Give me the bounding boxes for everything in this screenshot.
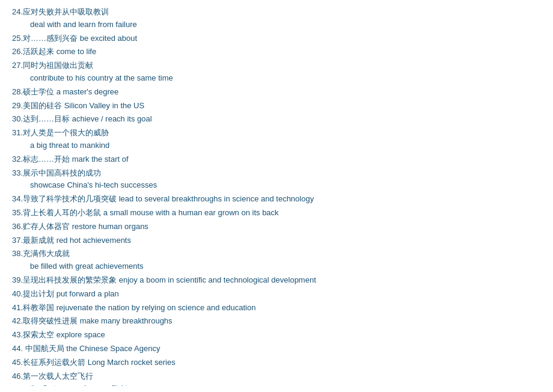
entry-main-line: 39.呈现出科技发展的繁荣景象 enjoy a boom in scientif… (12, 274, 541, 287)
list-item: 29.美国的硅谷 Silicon Valley in the US (12, 100, 541, 112)
list-item: 24.应对失败并从中吸取教训deal with and learn from f… (12, 6, 541, 31)
list-item: 28.硕士学位 a master's degree (12, 86, 541, 99)
entry-main-line: 37.最新成就 red hot achievements (12, 234, 541, 247)
list-item: 36.贮存人体器官 restore human organs (12, 221, 541, 233)
entry-main-line: 36.贮存人体器官 restore human organs (12, 221, 541, 233)
entry-main-line: 33.展示中国高科技的成功 (12, 167, 541, 180)
entry-main-line: 26.活跃起来 come to life (12, 46, 541, 58)
entry-main-line: 34.导致了科学技术的几项突破 lead to several breakthr… (12, 193, 541, 206)
list-item: 38.充满伟大成就be filled with great achievemen… (12, 248, 541, 273)
list-item: 46.第一次载人太空飞行the first manned space fligh… (12, 370, 541, 386)
entry-main-line: 30.达到……目标 achieve / reach its goal (12, 113, 541, 126)
list-item: 42.取得突破性进展 make many breakthroughs (12, 315, 541, 328)
entry-main-line: 46.第一次载人太空飞行 (12, 370, 541, 383)
entry-main-line: 29.美国的硅谷 Silicon Valley in the US (12, 100, 541, 112)
entry-main-line: 28.硕士学位 a master's degree (12, 86, 541, 99)
list-item: 34.导致了科学技术的几项突破 lead to several breakthr… (12, 193, 541, 206)
list-item: 43.探索太空 explore space (12, 329, 541, 341)
list-item: 39.呈现出科技发展的繁荣景象 enjoy a boom in scientif… (12, 274, 541, 287)
entry-main-line: 27.同时为祖国做出贡献 (12, 60, 541, 72)
list-item: 35.背上长着人耳的小老鼠 a small mouse with a human… (12, 207, 541, 219)
list-item: 30.达到……目标 achieve / reach its goal (12, 113, 541, 126)
entry-main-line: 42.取得突破性进展 make many breakthroughs (12, 315, 541, 328)
entry-main-line: 41.科教举国 rejuvenate the nation by relying… (12, 302, 541, 314)
list-item: 26.活跃起来 come to life (12, 46, 541, 58)
entry-sub-line: be filled with great achievements (12, 260, 541, 273)
entry-main-line: 35.背上长着人耳的小老鼠 a small mouse with a human… (12, 207, 541, 219)
entry-main-line: 43.探索太空 explore space (12, 329, 541, 341)
list-item: 32.标志……开始 mark the start of (12, 153, 541, 166)
list-item: 41.科教举国 rejuvenate the nation by relying… (12, 302, 541, 314)
list-item: 27.同时为祖国做出贡献contribute to his country at… (12, 60, 541, 85)
entry-main-line: 40.提出计划 put forward a plan (12, 288, 541, 301)
list-item: 40.提出计划 put forward a plan (12, 288, 541, 301)
entry-sub-line: showcase China's hi-tech successes (12, 179, 541, 192)
list-item: 45.长征系列运载火箭 Long March rocket series (12, 357, 541, 369)
list-item: 44. 中国航天局 the Chinese Space Agency (12, 343, 541, 355)
entries-container: 24.应对失败并从中吸取教训deal with and learn from f… (12, 6, 541, 386)
entry-main-line: 24.应对失败并从中吸取教训 (12, 6, 541, 19)
entry-main-line: 44. 中国航天局 the Chinese Space Agency (12, 343, 541, 355)
entry-sub-line: contribute to his country at the same ti… (12, 72, 541, 85)
list-item: 25.对……感到兴奋 be excited about (12, 32, 541, 45)
entry-main-line: 38.充满伟大成就 (12, 248, 541, 260)
entry-main-line: 31.对人类是一个很大的威胁 (12, 127, 541, 139)
entry-sub-line: a big threat to mankind (12, 139, 541, 152)
content-area: 24.应对失败并从中吸取教训deal with and learn from f… (12, 6, 541, 386)
entry-sub-line: deal with and learn from failure (12, 19, 541, 31)
entry-main-line: 45.长征系列运载火箭 Long March rocket series (12, 357, 541, 369)
list-item: 31.对人类是一个很大的威胁a big threat to mankind (12, 127, 541, 152)
list-item: 37.最新成就 red hot achievements (12, 234, 541, 247)
entry-main-line: 32.标志……开始 mark the start of (12, 153, 541, 166)
list-item: 33.展示中国高科技的成功showcase China's hi-tech su… (12, 167, 541, 192)
entry-sub-line: the first manned space flight (12, 382, 541, 386)
entry-main-line: 25.对……感到兴奋 be excited about (12, 32, 541, 45)
